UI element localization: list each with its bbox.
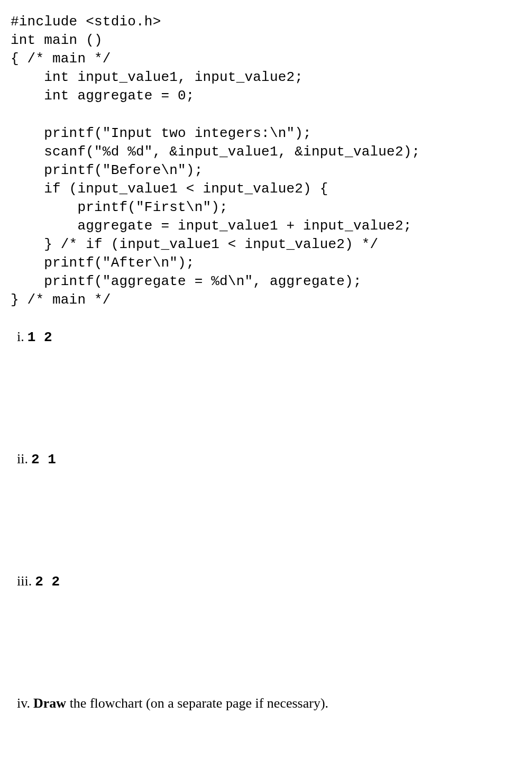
question-input: 2 1 xyxy=(31,452,56,468)
code-line: if (input_value1 < input_value2) { xyxy=(11,181,328,197)
question-numeral: iv. xyxy=(17,695,30,711)
question-instruction: Draw the flowchart (on a separate page i… xyxy=(33,695,328,711)
code-line: int main () xyxy=(11,32,103,48)
question-i: i.1 2 xyxy=(17,329,521,345)
code-line: scanf("%d %d", &input_value1, &input_val… xyxy=(11,144,420,160)
code-line: #include <stdio.h> xyxy=(11,14,161,30)
code-line: { /* main */ xyxy=(11,51,111,67)
question-list: i.1 2 ii.2 1 iii.2 2 iv.Draw the flowcha… xyxy=(11,329,521,711)
instruction-rest: the flowchart (on a separate page if nec… xyxy=(66,695,328,711)
code-line: printf("Before\n"); xyxy=(11,162,203,178)
code-line: printf("Input two integers:\n"); xyxy=(11,125,311,141)
code-line: } /* main */ xyxy=(11,292,111,308)
code-line: aggregate = input_value1 + input_value2; xyxy=(11,218,412,234)
code-line: } /* if (input_value1 < input_value2) */ xyxy=(11,236,378,252)
code-line: int aggregate = 0; xyxy=(11,88,195,104)
question-numeral: ii. xyxy=(17,451,28,466)
question-input: 1 2 xyxy=(27,329,52,345)
question-iii: iii.2 2 xyxy=(17,573,521,590)
question-iv: iv.Draw the flowchart (on a separate pag… xyxy=(17,695,521,711)
question-numeral: i. xyxy=(17,329,24,344)
question-input: 2 2 xyxy=(35,574,60,590)
code-line: printf("First\n"); xyxy=(11,199,228,215)
code-line: printf("aggregate = %d\n", aggregate); xyxy=(11,273,362,289)
question-numeral: iii. xyxy=(17,573,32,589)
code-block: #include <stdio.h> int main () { /* main… xyxy=(11,13,521,310)
code-line: int input_value1, input_value2; xyxy=(11,69,303,85)
code-line: printf("After\n"); xyxy=(11,255,195,271)
bold-word: Draw xyxy=(33,695,66,711)
question-ii: ii.2 1 xyxy=(17,451,521,468)
